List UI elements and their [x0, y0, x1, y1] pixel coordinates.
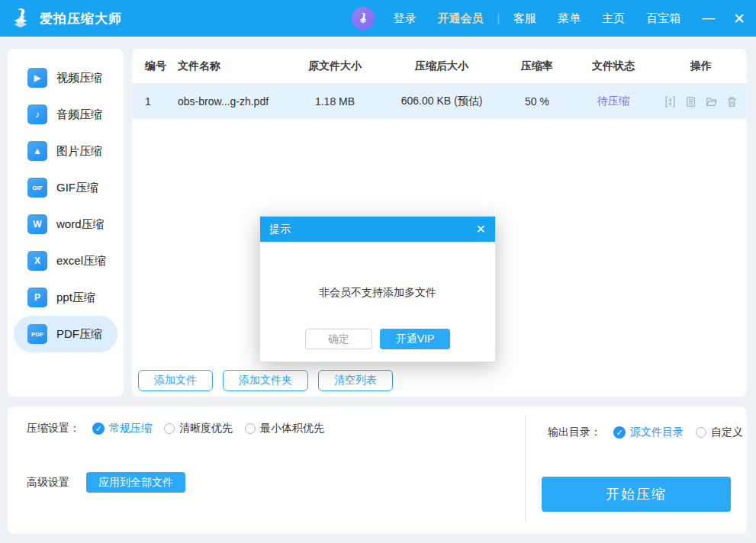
dialog-open-vip-button[interactable]: 开通VIP — [380, 329, 450, 349]
dialog-ok-button[interactable]: 确定 — [305, 329, 372, 349]
radio-label: 最小体积优先 — [260, 422, 324, 435]
row-operations — [655, 95, 747, 108]
advanced-settings-row: 高级设置 应用到全部文件 — [27, 472, 185, 493]
gif-icon: GIF — [27, 178, 47, 198]
pdf-icon: PDF — [27, 324, 47, 344]
sidebar-item-label: excel压缩 — [56, 254, 106, 268]
delete-icon[interactable] — [725, 95, 738, 108]
sidebar-item-word[interactable]: W word压缩 — [8, 206, 124, 243]
nav-customer-service[interactable]: 客服 — [503, 11, 547, 26]
col-header-after: 压缩后大小 — [381, 59, 503, 73]
radio-checked-icon: ✓ — [92, 423, 105, 435]
settings-divider — [525, 416, 526, 522]
sidebar-item-image[interactable]: ▲ 图片压缩 — [8, 133, 124, 169]
nav-home[interactable]: 主页 — [591, 11, 635, 26]
ppt-icon: P — [27, 288, 47, 307]
output-dir-row: 输出目录： ✓ 源文件目录 自定义 — [548, 426, 743, 439]
close-button[interactable]: ✕ — [725, 10, 756, 27]
compress-settings-label: 压缩设置： — [27, 422, 80, 435]
radio-label: 自定义 — [711, 426, 743, 439]
col-header-ops: 操作 — [655, 59, 747, 73]
login-link[interactable]: 登录 — [382, 11, 426, 26]
col-header-status: 文件状态 — [571, 59, 655, 73]
add-file-button[interactable]: 添加文件 — [138, 370, 213, 391]
sidebar-item-excel[interactable]: X excel压缩 — [8, 243, 124, 279]
app-logo-icon — [8, 5, 34, 31]
radio-source-dir[interactable]: ✓ 源文件目录 — [613, 426, 684, 439]
radio-unchecked-icon — [164, 423, 175, 434]
app-title: 爱拍压缩大师 — [40, 10, 122, 27]
open-folder-icon[interactable] — [705, 95, 718, 108]
image-icon: ▲ — [27, 141, 47, 161]
table-row[interactable]: 1 obs-brow...g-zh.pdf 1.18 MB 606.00 KB … — [132, 84, 747, 119]
radio-unchecked-icon — [696, 427, 706, 438]
dialog-title-bar: 提示 ✕ — [260, 217, 495, 242]
nav-toolbox[interactable]: 百宝箱 — [635, 11, 691, 26]
detail-icon[interactable] — [684, 95, 697, 108]
title-bar: 爱拍压缩大师 登录 开通会员 | 客服 菜单 主页 百宝箱 — ✕ — [0, 0, 756, 37]
col-header-orig: 原文件大小 — [289, 59, 381, 73]
col-header-name: 文件名称 — [170, 59, 289, 73]
radio-label: 源文件目录 — [630, 426, 684, 439]
radio-min-size-first[interactable]: 最小体积优先 — [245, 422, 324, 435]
start-compress-button[interactable]: 开始压缩 — [542, 477, 731, 512]
row-status: 待压缩 — [571, 95, 655, 108]
sidebar-item-label: 图片压缩 — [56, 144, 102, 159]
output-dir-label: 输出目录： — [548, 426, 601, 439]
radio-normal-compress[interactable]: ✓ 常规压缩 — [92, 422, 152, 435]
sidebar-item-label: ppt压缩 — [56, 291, 95, 305]
col-header-ratio: 压缩率 — [503, 59, 571, 73]
sidebar-item-video[interactable]: ▶ 视频压缩 — [8, 59, 124, 96]
sidebar-item-label: 音频压缩 — [56, 108, 102, 122]
col-header-num: 编号 — [132, 59, 170, 73]
nav-menu[interactable]: 菜单 — [547, 11, 591, 26]
dialog-message: 非会员不支持添加多文件 — [260, 286, 495, 300]
radio-checked-icon: ✓ — [613, 426, 626, 439]
row-original-size: 1.18 MB — [289, 95, 381, 108]
open-vip-link[interactable]: 开通会员 — [426, 11, 494, 26]
compress-settings-row: 压缩设置： ✓ 常规压缩 清晰度优先 最小体积优先 — [27, 422, 324, 435]
row-compressed-size: 606.00 KB (预估) — [381, 95, 503, 108]
add-folder-button[interactable]: 添加文件夹 — [223, 370, 308, 391]
sidebar-item-label: word压缩 — [56, 217, 105, 232]
user-avatar[interactable] — [352, 7, 375, 30]
compress-settings-icon[interactable] — [664, 95, 677, 108]
video-icon: ▶ — [27, 68, 47, 88]
clear-list-button[interactable]: 清空列表 — [318, 370, 393, 391]
sidebar-item-ppt[interactable]: P ppt压缩 — [8, 279, 124, 316]
dialog-close-icon[interactable]: ✕ — [476, 222, 486, 236]
radio-clarity-first[interactable]: 清晰度优先 — [164, 422, 233, 435]
sidebar-item-gif[interactable]: GIF GIF压缩 — [8, 169, 124, 206]
radio-label: 清晰度优先 — [179, 422, 233, 435]
tip-dialog: 提示 ✕ 非会员不支持添加多文件 确定 开通VIP — [259, 216, 496, 362]
sidebar-item-label: 视频压缩 — [56, 71, 102, 85]
radio-unchecked-icon — [245, 423, 256, 434]
row-ratio: 50 % — [503, 95, 571, 108]
word-icon: W — [27, 214, 47, 234]
header-divider: | — [494, 12, 503, 24]
minimize-button[interactable]: — — [691, 11, 725, 26]
apply-to-all-button[interactable]: 应用到全部文件 — [86, 472, 185, 493]
row-num: 1 — [132, 95, 170, 108]
audio-icon: ♪ — [27, 104, 47, 124]
table-header: 编号 文件名称 原文件大小 压缩后大小 压缩率 文件状态 操作 — [132, 49, 747, 84]
sidebar-item-label: GIF压缩 — [56, 181, 98, 195]
sidebar-item-audio[interactable]: ♪ 音频压缩 — [8, 96, 124, 133]
dialog-buttons: 确定 开通VIP — [260, 329, 495, 349]
dialog-title: 提示 — [269, 223, 291, 236]
sidebar: ▶ 视频压缩 ♪ 音频压缩 ▲ 图片压缩 GIF GIF压缩 W word压缩 … — [8, 49, 124, 397]
settings-panel: 压缩设置： ✓ 常规压缩 清晰度优先 最小体积优先 高级设置 应用到全部文件 输… — [8, 406, 747, 534]
row-filename: obs-brow...g-zh.pdf — [170, 95, 289, 108]
excel-icon: X — [27, 251, 47, 271]
sidebar-item-label: PDF压缩 — [56, 327, 102, 342]
radio-custom-dir[interactable]: 自定义 — [696, 426, 743, 439]
sidebar-item-pdf[interactable]: PDF PDF压缩 — [14, 316, 117, 352]
advanced-settings-label: 高级设置 — [27, 476, 69, 490]
radio-label: 常规压缩 — [109, 422, 152, 435]
file-action-buttons: 添加文件 添加文件夹 清空列表 — [138, 370, 393, 391]
